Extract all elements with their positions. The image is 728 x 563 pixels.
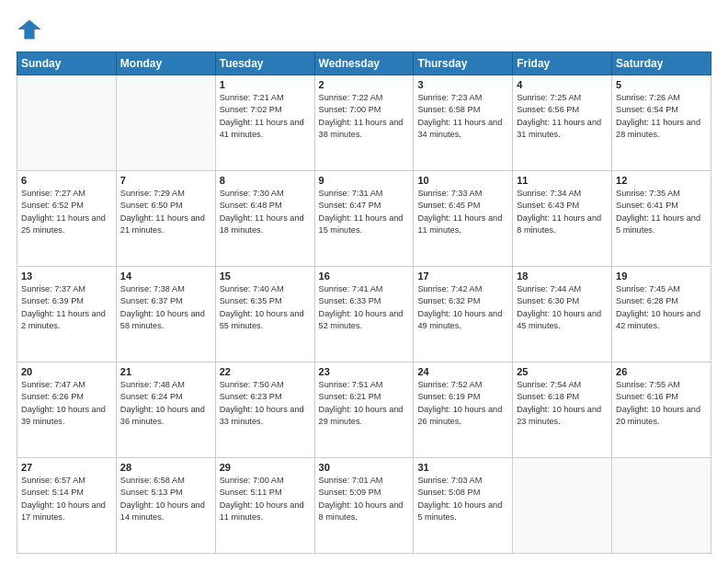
calendar-day-cell: 10Sunrise: 7:33 AM Sunset: 6:45 PM Dayli… — [414, 171, 513, 267]
day-info: Sunrise: 7:34 AM Sunset: 6:43 PM Dayligh… — [517, 188, 608, 236]
day-number: 16 — [319, 270, 410, 282]
calendar-day-cell: 23Sunrise: 7:51 AM Sunset: 6:21 PM Dayli… — [314, 362, 414, 458]
weekday-header-cell: Wednesday — [314, 52, 414, 75]
day-info: Sunrise: 6:58 AM Sunset: 5:13 PM Dayligh… — [120, 475, 211, 523]
calendar-day-cell: 12Sunrise: 7:35 AM Sunset: 6:41 PM Dayli… — [612, 171, 711, 267]
calendar-day-cell: 1Sunrise: 7:21 AM Sunset: 7:02 PM Daylig… — [215, 75, 314, 171]
day-number: 20 — [21, 366, 112, 377]
day-info: Sunrise: 7:03 AM Sunset: 5:08 PM Dayligh… — [417, 475, 508, 523]
day-number: 2 — [319, 79, 410, 90]
day-info: Sunrise: 7:42 AM Sunset: 6:32 PM Dayligh… — [417, 283, 508, 332]
day-info: Sunrise: 7:00 AM Sunset: 5:11 PM Dayligh… — [220, 475, 311, 523]
day-number: 26 — [616, 366, 707, 377]
day-number: 14 — [120, 270, 211, 282]
calendar-day-cell: 24Sunrise: 7:52 AM Sunset: 6:19 PM Dayli… — [414, 362, 513, 458]
day-number: 30 — [319, 462, 410, 473]
calendar-day-cell: 11Sunrise: 7:34 AM Sunset: 6:43 PM Dayli… — [513, 171, 612, 267]
day-number: 28 — [120, 462, 211, 473]
calendar-day-cell: 22Sunrise: 7:50 AM Sunset: 6:23 PM Dayli… — [215, 362, 314, 458]
day-number: 21 — [120, 366, 211, 377]
day-info: Sunrise: 7:22 AM Sunset: 7:00 PM Dayligh… — [319, 92, 410, 141]
day-number: 18 — [517, 270, 608, 282]
day-number: 22 — [220, 366, 311, 377]
calendar-day-cell: 8Sunrise: 7:30 AM Sunset: 6:48 PM Daylig… — [215, 171, 314, 267]
day-info: Sunrise: 7:29 AM Sunset: 6:50 PM Dayligh… — [120, 188, 211, 236]
day-number: 27 — [21, 462, 112, 473]
day-number: 17 — [417, 270, 508, 282]
day-number: 3 — [417, 79, 508, 90]
calendar-day-cell: 5Sunrise: 7:26 AM Sunset: 6:54 PM Daylig… — [612, 75, 711, 171]
day-info: Sunrise: 7:01 AM Sunset: 5:09 PM Dayligh… — [319, 475, 410, 523]
header — [17, 17, 711, 42]
page: SundayMondayTuesdayWednesdayThursdayFrid… — [0, 0, 728, 563]
calendar-day-cell: 4Sunrise: 7:25 AM Sunset: 6:56 PM Daylig… — [513, 75, 612, 171]
day-info: Sunrise: 7:37 AM Sunset: 6:39 PM Dayligh… — [21, 283, 112, 332]
day-info: Sunrise: 7:47 AM Sunset: 6:26 PM Dayligh… — [21, 379, 112, 428]
weekday-header-row: SundayMondayTuesdayWednesdayThursdayFrid… — [17, 52, 711, 75]
weekday-header-cell: Tuesday — [215, 52, 314, 75]
day-number: 23 — [319, 366, 410, 377]
day-info: Sunrise: 7:33 AM Sunset: 6:45 PM Dayligh… — [417, 188, 508, 236]
day-info: Sunrise: 6:57 AM Sunset: 5:14 PM Dayligh… — [21, 475, 112, 523]
day-number: 19 — [616, 270, 707, 282]
day-info: Sunrise: 7:30 AM Sunset: 6:48 PM Dayligh… — [220, 188, 311, 236]
day-number: 4 — [517, 79, 608, 90]
calendar-day-cell: 6Sunrise: 7:27 AM Sunset: 6:52 PM Daylig… — [17, 171, 117, 267]
calendar-day-cell — [17, 75, 117, 171]
calendar-week-row: 6Sunrise: 7:27 AM Sunset: 6:52 PM Daylig… — [17, 171, 711, 267]
calendar-day-cell: 28Sunrise: 6:58 AM Sunset: 5:13 PM Dayli… — [116, 458, 215, 554]
calendar-day-cell: 15Sunrise: 7:40 AM Sunset: 6:35 PM Dayli… — [215, 267, 314, 362]
calendar-day-cell: 31Sunrise: 7:03 AM Sunset: 5:08 PM Dayli… — [414, 458, 513, 554]
weekday-header-cell: Thursday — [414, 52, 513, 75]
day-info: Sunrise: 7:41 AM Sunset: 6:33 PM Dayligh… — [319, 283, 410, 332]
day-info: Sunrise: 7:52 AM Sunset: 6:19 PM Dayligh… — [417, 379, 508, 428]
day-info: Sunrise: 7:54 AM Sunset: 6:18 PM Dayligh… — [517, 379, 608, 428]
weekday-header-cell: Saturday — [612, 52, 711, 75]
day-info: Sunrise: 7:48 AM Sunset: 6:24 PM Dayligh… — [120, 379, 211, 428]
calendar-day-cell: 7Sunrise: 7:29 AM Sunset: 6:50 PM Daylig… — [116, 171, 215, 267]
calendar-week-row: 1Sunrise: 7:21 AM Sunset: 7:02 PM Daylig… — [17, 75, 711, 171]
day-info: Sunrise: 7:38 AM Sunset: 6:37 PM Dayligh… — [120, 283, 211, 332]
calendar-body: 1Sunrise: 7:21 AM Sunset: 7:02 PM Daylig… — [17, 75, 711, 554]
day-number: 15 — [220, 270, 311, 282]
calendar-day-cell — [513, 458, 612, 554]
day-info: Sunrise: 7:55 AM Sunset: 6:16 PM Dayligh… — [616, 379, 707, 428]
day-number: 6 — [21, 175, 112, 186]
day-number: 8 — [220, 175, 311, 186]
day-number: 5 — [616, 79, 707, 90]
day-info: Sunrise: 7:31 AM Sunset: 6:47 PM Dayligh… — [319, 188, 410, 236]
day-number: 25 — [517, 366, 608, 377]
calendar-week-row: 13Sunrise: 7:37 AM Sunset: 6:39 PM Dayli… — [17, 267, 711, 362]
day-info: Sunrise: 7:50 AM Sunset: 6:23 PM Dayligh… — [220, 379, 311, 428]
calendar-day-cell: 13Sunrise: 7:37 AM Sunset: 6:39 PM Dayli… — [17, 267, 117, 362]
day-info: Sunrise: 7:40 AM Sunset: 6:35 PM Dayligh… — [220, 283, 311, 332]
calendar-day-cell — [116, 75, 215, 171]
day-info: Sunrise: 7:27 AM Sunset: 6:52 PM Dayligh… — [21, 188, 112, 236]
calendar-day-cell: 26Sunrise: 7:55 AM Sunset: 6:16 PM Dayli… — [612, 362, 711, 458]
day-info: Sunrise: 7:23 AM Sunset: 6:58 PM Dayligh… — [417, 92, 508, 141]
calendar-day-cell: 20Sunrise: 7:47 AM Sunset: 6:26 PM Dayli… — [17, 362, 117, 458]
calendar-day-cell — [612, 458, 711, 554]
calendar-day-cell: 25Sunrise: 7:54 AM Sunset: 6:18 PM Dayli… — [513, 362, 612, 458]
day-info: Sunrise: 7:25 AM Sunset: 6:56 PM Dayligh… — [517, 92, 608, 141]
calendar-day-cell: 9Sunrise: 7:31 AM Sunset: 6:47 PM Daylig… — [314, 171, 414, 267]
day-number: 31 — [417, 462, 508, 473]
day-info: Sunrise: 7:26 AM Sunset: 6:54 PM Dayligh… — [616, 92, 707, 141]
calendar-day-cell: 17Sunrise: 7:42 AM Sunset: 6:32 PM Dayli… — [414, 267, 513, 362]
weekday-header-cell: Sunday — [17, 52, 117, 75]
day-info: Sunrise: 7:21 AM Sunset: 7:02 PM Dayligh… — [220, 92, 311, 141]
logo — [17, 17, 46, 42]
day-info: Sunrise: 7:44 AM Sunset: 6:30 PM Dayligh… — [517, 283, 608, 332]
day-info: Sunrise: 7:51 AM Sunset: 6:21 PM Dayligh… — [319, 379, 410, 428]
day-info: Sunrise: 7:35 AM Sunset: 6:41 PM Dayligh… — [616, 188, 707, 236]
day-number: 9 — [319, 175, 410, 186]
calendar-day-cell: 21Sunrise: 7:48 AM Sunset: 6:24 PM Dayli… — [116, 362, 215, 458]
logo-icon — [17, 17, 42, 42]
day-number: 13 — [21, 270, 112, 282]
day-number: 12 — [616, 175, 707, 186]
calendar-day-cell: 18Sunrise: 7:44 AM Sunset: 6:30 PM Dayli… — [513, 267, 612, 362]
day-number: 24 — [417, 366, 508, 377]
calendar-day-cell: 27Sunrise: 6:57 AM Sunset: 5:14 PM Dayli… — [17, 458, 117, 554]
weekday-header-cell: Monday — [116, 52, 215, 75]
calendar-day-cell: 3Sunrise: 7:23 AM Sunset: 6:58 PM Daylig… — [414, 75, 513, 171]
